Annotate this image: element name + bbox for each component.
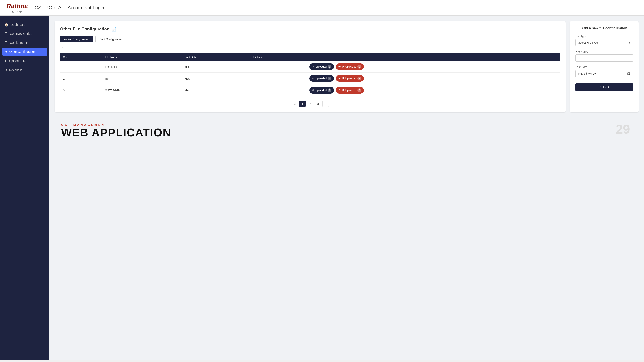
cell-status: 👁 Uploaded 0 👁 UnUploaded 1 (306, 73, 537, 84)
col-sno: Sno (60, 53, 102, 61)
file-type-group: File Type Select File Type GSTR1 GSTR2 G… (575, 34, 633, 46)
pagination-next[interactable]: » (322, 101, 329, 107)
logo-group: group (12, 9, 22, 13)
footer-branding: GST MANAGEMENT WEB APPLICATION 29 (55, 119, 639, 141)
unuploaded-count: 0 (358, 65, 361, 69)
bullet-icon: ● (5, 50, 7, 54)
main-card: Other File Configuration 📄 Active Config… (55, 21, 566, 112)
upload-icon: ⬆ (4, 59, 7, 63)
sidebar: 🏠 Dashboard 🖥 GSTR3B Entries 🖥 Configure… (0, 16, 49, 361)
last-date-group: Last Date (575, 65, 633, 77)
file-name-group: File Name (575, 50, 633, 61)
sidebar-item-configure[interactable]: 🖥 Configure ▶ (0, 38, 49, 47)
reconcile-icon: ↺ (4, 68, 7, 72)
cell-lastdate: xlsx (182, 61, 250, 73)
page-title: Other File Configuration 📄 (60, 26, 560, 31)
cell-filename: demo.xlsx (102, 61, 182, 73)
table-row: 3 GSTR1-b2b xlsx 👁 Uploaded 0 (60, 84, 560, 96)
tab-section: Active Configuration Past Configuration … (60, 36, 560, 49)
logo-rathna: Rathna (6, 2, 28, 9)
sidebar-item-gstr3b[interactable]: 🖥 GSTR3B Entries (0, 29, 49, 38)
eye-icon: 👁 (338, 77, 341, 80)
main-layout: 🏠 Dashboard 🖥 GSTR3B Entries 🖥 Configure… (0, 16, 644, 361)
table-body: 1 demo.xlsx xlsx 👁 Uploaded 0 (60, 61, 560, 96)
cell-history (250, 73, 306, 84)
col-history: History (250, 53, 306, 61)
table-row: 2 file xlsx 👁 Uploaded 0 (60, 73, 560, 84)
content-grid: Other File Configuration 📄 Active Config… (55, 21, 639, 112)
col-filename: File Name (102, 53, 182, 61)
uploaded-button[interactable]: 👁 Uploaded 0 (309, 63, 334, 70)
chevron-right-icon: ▶ (26, 41, 28, 44)
uploaded-count: 0 (328, 88, 332, 92)
chevron-right-icon: ▶ (23, 59, 25, 62)
down-arrow-icon: ↓ (61, 45, 63, 49)
add-config-card: Add a new file configuration File Type S… (570, 21, 639, 112)
submit-button[interactable]: Submit (575, 83, 633, 91)
configure-icon: 🖥 (4, 41, 8, 45)
unuploaded-count: 1 (358, 76, 361, 80)
cell-sno: 3 (60, 84, 102, 96)
unuploaded-button[interactable]: 👁 UnUploaded 0 (336, 63, 364, 70)
col-status1 (306, 53, 537, 61)
last-date-input[interactable] (575, 70, 633, 77)
col-status2 (537, 53, 560, 61)
cell-uploaded: 👁 Uploaded 0 👁 UnUploaded 0 (306, 61, 537, 73)
pagination-prev[interactable]: « (292, 101, 298, 107)
cell-lastdate: xlsx (182, 84, 250, 96)
cell-history (250, 61, 306, 73)
content-area: Other File Configuration 📄 Active Config… (49, 16, 644, 361)
uploaded-button[interactable]: 👁 Uploaded 0 (309, 87, 334, 93)
unuploaded-button[interactable]: 👁 UnUploaded 0 (336, 87, 364, 93)
pagination: « 1 2 3 » (60, 101, 560, 107)
tab-row: Active Configuration Past Configuration (60, 36, 126, 42)
pagination-page-3[interactable]: 3 (315, 101, 321, 107)
uploaded-button[interactable]: 👁 Uploaded 0 (309, 75, 334, 82)
cell-sno: 1 (60, 61, 102, 73)
sidebar-item-label: Uploads (9, 59, 20, 63)
file-type-label: File Type (575, 34, 633, 38)
file-name-input[interactable] (575, 54, 633, 61)
pagination-page-1[interactable]: 1 (299, 101, 306, 107)
gst-management-label: GST MANAGEMENT (61, 123, 632, 126)
sidebar-item-reconcile[interactable]: ↺ Reconcile (0, 65, 49, 75)
config-table: Sno File Name Last Date History 1 demo. (60, 53, 560, 96)
page-number: 29 (616, 122, 630, 137)
col-lastdate: Last Date (182, 53, 250, 61)
top-header: Rathna group GST PORTAL - Accountant Log… (0, 0, 644, 16)
sidebar-item-label: Other Configuration (10, 50, 36, 53)
tab-active-configuration[interactable]: Active Configuration (60, 36, 93, 42)
eye-unuploaded-icon: 👁 (338, 65, 341, 68)
cell-history (250, 84, 306, 96)
file-type-select[interactable]: Select File Type GSTR1 GSTR2 GSTR3B GSTR… (575, 39, 633, 46)
file-icon: 📄 (111, 26, 116, 31)
uploaded-count: 0 (328, 65, 332, 69)
logo-area: Rathna group (6, 2, 28, 13)
uploaded-count: 0 (328, 76, 332, 80)
table-header: Sno File Name Last Date History (60, 53, 560, 61)
table-row: 1 demo.xlsx xlsx 👁 Uploaded 0 (60, 61, 560, 73)
eye-uploaded-icon: 👁 (312, 65, 314, 68)
eye-icon: 👁 (338, 89, 341, 92)
eye-icon: 👁 (312, 77, 314, 80)
sidebar-item-label: Configure (10, 41, 23, 44)
cell-filename: file (102, 73, 182, 84)
monitor-icon: 🖥 (4, 32, 8, 35)
cell-sno: 2 (60, 73, 102, 84)
add-config-title: Add a new file configuration (575, 26, 633, 30)
cell-lastdate: xlsx (182, 73, 250, 84)
eye-icon: 👁 (312, 89, 314, 92)
cell-filename: GSTR1-b2b (102, 84, 182, 96)
unuploaded-button[interactable]: 👁 UnUploaded 1 (336, 75, 364, 82)
portal-title: GST PORTAL - Accountant Login (34, 5, 104, 10)
sidebar-item-uploads[interactable]: ⬆ Uploads ▶ (0, 56, 49, 65)
web-application-label: WEB APPLICATION (61, 126, 632, 139)
sidebar-item-other-config[interactable]: ● Other Configuration (2, 48, 47, 56)
sidebar-item-dashboard[interactable]: 🏠 Dashboard (0, 20, 49, 29)
tab-past-configuration[interactable]: Past Configuration (95, 36, 126, 42)
pagination-page-2[interactable]: 2 (307, 101, 314, 107)
home-icon: 🏠 (4, 22, 8, 26)
sidebar-item-label: Dashboard (11, 23, 26, 26)
cell-status: 👁 Uploaded 0 👁 UnUploaded 0 (306, 84, 537, 96)
sidebar-item-label: GSTR3B Entries (10, 32, 32, 35)
